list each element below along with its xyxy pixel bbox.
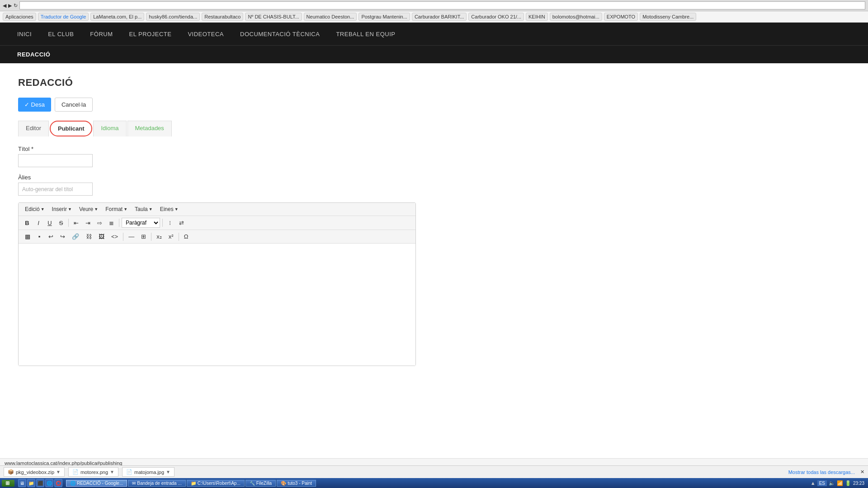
- toolbar-link[interactable]: 🔗: [69, 232, 82, 241]
- bookmark-carburador1[interactable]: Carburador BARIKIT...: [412, 13, 467, 21]
- toolbar-align-left[interactable]: ⇤: [71, 218, 81, 228]
- menu-edicio[interactable]: Edició ▼: [22, 205, 47, 213]
- editor-body[interactable]: [19, 244, 415, 366]
- nav-videoteca[interactable]: VIDEOTECA: [179, 24, 232, 44]
- top-nav: INICI EL CLUB FÒRUM EL PROJECTE VIDEOTEC…: [0, 23, 868, 45]
- bookmark-neumatico[interactable]: Neumatico Deeston...: [304, 13, 357, 21]
- nav-inici[interactable]: INICI: [9, 24, 40, 44]
- bookmark-chasis[interactable]: Nº DE CHASIS-BULT...: [245, 13, 302, 21]
- toolbar-redo[interactable]: ↪: [57, 232, 68, 241]
- toolbar-btn-1[interactable]: ▩: [22, 232, 33, 241]
- bookmarks-bar: Aplicaciones Traductor de Google LaManet…: [0, 11, 868, 23]
- editor-toolbar-row1: B I U S ⇤ ⇥ ⇨ ≣ Paràgraf Heading 1 Headi…: [19, 216, 415, 230]
- menu-veure[interactable]: Veure ▼: [76, 205, 101, 213]
- second-nav: REDACCIÓ: [0, 45, 868, 63]
- title-field-group: Títol *: [18, 145, 524, 167]
- browser-forward-icon[interactable]: ▶: [8, 3, 12, 9]
- editor-toolbar-row2: ▩ ▪ ↩ ↪ 🔗 ⛓ 🖼 <> — ⊞ x₂ x² Ω: [19, 230, 415, 244]
- menu-veure-arrow: ▼: [94, 207, 98, 211]
- page-content: REDACCIÓ ✓ Desa Cancel·la Editor Publica…: [0, 63, 542, 380]
- toolbar-superscript[interactable]: x²: [166, 232, 176, 241]
- alias-field-group: Àlies: [18, 174, 524, 196]
- toolbar-ordered-list[interactable]: ⇄: [176, 218, 187, 228]
- menu-eines[interactable]: Eines ▼: [157, 205, 181, 213]
- menu-taula-label: Taula: [135, 206, 148, 212]
- nav-projecte[interactable]: EL PROJECTE: [121, 24, 180, 44]
- toolbar-omega[interactable]: Ω: [181, 232, 191, 241]
- toolbar-justify[interactable]: ≣: [106, 218, 117, 228]
- toolbar-sep5: [151, 233, 151, 241]
- alias-label: Àlies: [18, 174, 524, 181]
- title-label: Títol *: [18, 145, 524, 152]
- nav-redaccio[interactable]: REDACCIÓ: [9, 47, 58, 62]
- editor-container: Edició ▼ Inserir ▼ Veure ▼ Format ▼ Taul…: [18, 202, 416, 366]
- bookmark-lamaneta[interactable]: LaManeta.com, El p...: [90, 13, 144, 21]
- bookmark-traductor[interactable]: Traductor de Google: [38, 13, 89, 21]
- bookmark-aplicaciones[interactable]: Aplicaciones: [3, 13, 36, 21]
- toolbar-table[interactable]: ⊞: [138, 232, 149, 241]
- menu-veure-label: Veure: [79, 206, 93, 212]
- toolbar-bold[interactable]: B: [22, 218, 32, 228]
- title-input[interactable]: [18, 154, 93, 167]
- toolbar-sep1: [68, 219, 69, 227]
- alias-input[interactable]: [18, 183, 93, 196]
- toolbar-sep2: [119, 219, 119, 227]
- tabs-container: Editor Publicant Idioma Metadades: [18, 121, 524, 136]
- bookmark-restaura[interactable]: Restaurabultaco: [202, 13, 243, 21]
- editor-menubar: Edició ▼ Inserir ▼ Veure ▼ Format ▼ Taul…: [19, 203, 415, 216]
- tab-idioma[interactable]: Idioma: [93, 121, 126, 136]
- toolbar-btn-2[interactable]: ▪: [34, 232, 44, 241]
- menu-taula-arrow: ▼: [149, 207, 153, 211]
- toolbar-undo[interactable]: ↩: [46, 232, 56, 241]
- tab-metadades[interactable]: Metadades: [127, 121, 172, 136]
- menu-taula[interactable]: Taula ▼: [132, 205, 156, 213]
- bookmark-husky[interactable]: husky86.com/tienda...: [146, 13, 200, 21]
- toolbar-paragraph-select[interactable]: Paràgraf Heading 1 Heading 2 Heading 3: [122, 218, 160, 228]
- toolbar-italic[interactable]: I: [33, 218, 43, 228]
- toolbar-align-right[interactable]: ⇨: [94, 218, 105, 228]
- toolbar-hr[interactable]: —: [126, 232, 137, 241]
- toolbar-sep4: [123, 233, 123, 241]
- menu-edicio-arrow: ▼: [41, 207, 45, 211]
- bookmark-bolomotos[interactable]: bolomotos@hotmai...: [550, 13, 602, 21]
- nav-club[interactable]: EL CLUB: [40, 24, 82, 44]
- toolbar-sep6: [179, 233, 179, 241]
- page-title: REDACCIÓ: [18, 77, 524, 89]
- bookmark-postgrau[interactable]: Postgrau Mantenin...: [359, 13, 410, 21]
- toolbar-image[interactable]: 🖼: [96, 232, 107, 241]
- toolbar-unlink[interactable]: ⛓: [83, 232, 94, 241]
- browser-url-input[interactable]: www.lamotoclassica.cat/index.php/publica: [19, 1, 865, 9]
- save-button[interactable]: ✓ Desa: [18, 98, 51, 112]
- browser-bar: ◀ ▶ ↻ www.lamotoclassica.cat/index.php/p…: [0, 0, 868, 11]
- menu-format-label: Format: [105, 206, 123, 212]
- toolbar-sep3: [162, 219, 163, 227]
- bookmark-expomoto[interactable]: EXPOMOTO: [604, 13, 638, 21]
- menu-eines-arrow: ▼: [175, 207, 179, 211]
- action-buttons: ✓ Desa Cancel·la: [18, 98, 524, 112]
- toolbar-code[interactable]: <>: [108, 232, 121, 241]
- toolbar-underline[interactable]: U: [45, 218, 55, 228]
- bookmark-carburador2[interactable]: Carburador OKO 21/...: [468, 13, 524, 21]
- menu-inserir-arrow: ▼: [68, 207, 72, 211]
- cancel-button[interactable]: Cancel·la: [55, 98, 93, 112]
- nav-treball[interactable]: TREBALL EN EQUIP: [328, 24, 403, 44]
- browser-reload-icon[interactable]: ↻: [14, 3, 18, 9]
- toolbar-strikethrough[interactable]: S: [56, 218, 66, 228]
- nav-documentacio[interactable]: DOCUMENTACIÓ TÈCNICA: [232, 24, 328, 44]
- tab-editor[interactable]: Editor: [18, 121, 49, 136]
- menu-inserir[interactable]: Inserir ▼: [49, 205, 75, 213]
- toolbar-subscript[interactable]: x₂: [154, 232, 165, 241]
- menu-edicio-label: Edició: [25, 206, 40, 212]
- nav-forum[interactable]: FÒRUM: [82, 24, 121, 44]
- menu-format[interactable]: Format ▼: [103, 205, 130, 213]
- browser-back-icon[interactable]: ◀: [3, 3, 6, 9]
- toolbar-align-center[interactable]: ⇥: [83, 218, 93, 228]
- tab-publicant[interactable]: Publicant: [50, 121, 93, 136]
- menu-format-arrow: ▼: [123, 207, 127, 211]
- toolbar-unordered-list[interactable]: ⁝: [165, 218, 175, 228]
- menu-eines-label: Eines: [160, 206, 174, 212]
- menu-inserir-label: Inserir: [52, 206, 67, 212]
- bookmark-keihin[interactable]: KEIHIN: [526, 13, 548, 21]
- bookmark-motodisseny[interactable]: Motodisseny Cambre...: [640, 13, 696, 21]
